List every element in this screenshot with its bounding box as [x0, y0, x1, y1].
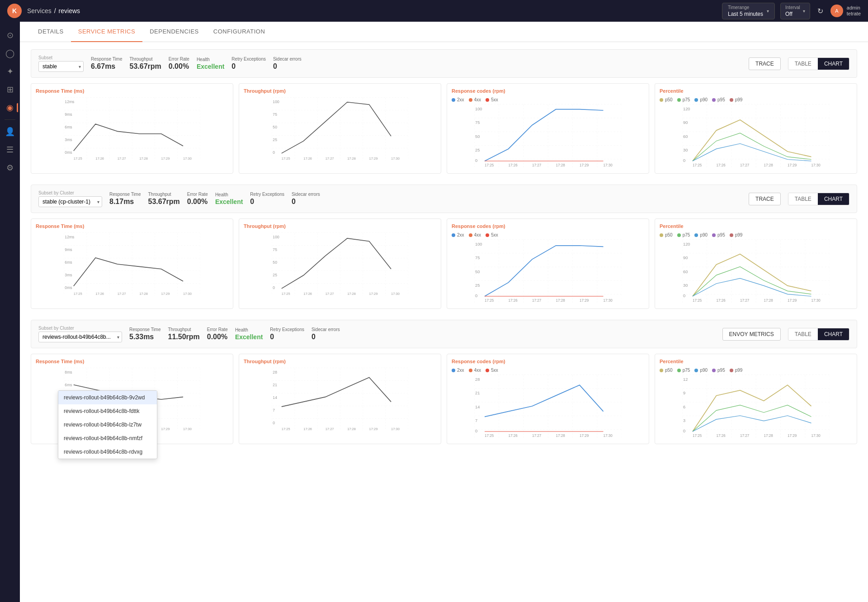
chart-toggle-btn-3[interactable]: CHART — [818, 328, 849, 340]
chart-title: Response codes (rpm) — [452, 223, 644, 229]
table-toggle-btn-2[interactable]: TABLE — [788, 193, 818, 205]
svg-text:21: 21 — [273, 383, 277, 387]
chart-toggle-btn[interactable]: CHART — [818, 58, 849, 70]
timerange-selector[interactable]: Timerange Last 5 minutes ▾ — [722, 3, 775, 19]
legend-p50: p50 — [660, 368, 673, 373]
sidebar-item-user[interactable]: 👤 — [2, 123, 18, 140]
response-time-metric: Response Time 8.17ms — [109, 192, 141, 206]
svg-text:17:30: 17:30 — [391, 292, 400, 296]
svg-text:17:29: 17:29 — [580, 299, 589, 303]
svg-text:50: 50 — [475, 270, 480, 274]
legend-p90: p90 — [694, 97, 708, 102]
sidebar-item-overview[interactable]: ⊙ — [2, 27, 18, 43]
svg-text:50: 50 — [273, 260, 277, 265]
retry-metric: Retry Exceptions 0 — [231, 57, 266, 71]
navbar: K Services / reviews Timerange Last 5 mi… — [0, 0, 868, 22]
svg-text:100: 100 — [273, 235, 279, 239]
metric-value: 6.67ms — [91, 62, 122, 71]
rollout-select[interactable]: reviews-rollout-b49b64c8b... — [38, 332, 122, 342]
sidecar-metric: Sidecar errors 0 — [292, 192, 320, 206]
metric-value: 53.67rpm — [129, 62, 161, 71]
svg-text:17:29: 17:29 — [369, 427, 378, 431]
svg-text:17:26: 17:26 — [303, 292, 312, 296]
chart-title: Throughput (rpm) — [244, 223, 436, 229]
svg-text:17:27: 17:27 — [532, 163, 542, 167]
chart-svg: 100 75 50 25 0 17:25 17:26 17:27 17:28 1… — [452, 104, 644, 167]
svg-text:17:29: 17:29 — [580, 434, 589, 438]
sidebar-item-grid[interactable]: ⊞ — [2, 81, 18, 98]
rollout-subset-selector: Subset by Cluster reviews-rollout-b49b64… — [38, 326, 122, 342]
tab-dependencies[interactable]: DEPENDENCIES — [142, 22, 206, 42]
response-time-chart-2: Response Time (ms) 12ms 9ms 6ms 3ms 0ms … — [31, 218, 233, 309]
error-rate-metric: Error Rate 0.00% — [207, 327, 228, 341]
chart-legend: 2xx 4xx 5xx — [452, 97, 644, 102]
svg-text:17:25: 17:25 — [282, 292, 290, 296]
chart-svg: 120 90 60 30 0 17:25 17:26 17:27 17:28 1… — [660, 104, 852, 167]
svg-text:17:26: 17:26 — [303, 156, 312, 161]
chart-svg: 100 75 50 25 0 17:25 17:26 17:27 17:28 1… — [244, 232, 436, 296]
svg-text:17:25: 17:25 — [693, 163, 702, 167]
envoy-metrics-button[interactable]: ENVOY METRICS — [722, 328, 781, 341]
tab-details[interactable]: DETAILS — [31, 22, 71, 42]
table-toggle-btn[interactable]: TABLE — [788, 58, 818, 70]
user-name: admin — [847, 5, 861, 11]
response-codes-chart-2: Response codes (rpm) 2xx 4xx 5xx — [447, 218, 649, 309]
trace-button-2[interactable]: TRACE — [749, 193, 781, 205]
metric-label: Throughput — [129, 57, 161, 62]
dropdown-item[interactable]: reviews-rollout-b49b64c8b-fdttk — [58, 404, 157, 418]
svg-rect-120 — [474, 374, 622, 438]
legend-p95: p95 — [712, 368, 725, 373]
legend-p95: p95 — [712, 97, 725, 102]
svg-text:3: 3 — [683, 418, 685, 423]
user-info: admin tetrate — [847, 5, 861, 17]
sidebar-item-istio[interactable]: ✦ — [2, 63, 18, 80]
subset-select[interactable]: stable — [38, 61, 84, 72]
svg-text:60: 60 — [683, 270, 688, 274]
legend-4xx: 4xx — [469, 232, 481, 237]
dropdown-item[interactable]: reviews-rollout-b49b64c8b-9v2wd — [58, 391, 157, 404]
svg-text:25: 25 — [475, 148, 480, 152]
legend-2xx: 2xx — [452, 368, 464, 373]
legend-p90: p90 — [694, 368, 708, 373]
sidebar-divider — [5, 119, 15, 120]
table-toggle-btn-3[interactable]: TABLE — [788, 328, 818, 340]
chart-svg: 120 90 60 30 0 17:25 17:26 17:27 17:28 1… — [660, 239, 852, 303]
dropdown-item[interactable]: reviews-rollout-b49b64c8b-nmfzf — [58, 431, 157, 445]
metric-value: 0.00% — [207, 333, 228, 341]
cluster-select[interactable]: stable (cp-cluster-1) — [38, 196, 102, 207]
subset-by-cluster-selector: Subset by Cluster stable (cp-cluster-1) — [38, 190, 102, 207]
metric-value: 11.50rpm — [168, 333, 199, 341]
tab-service-metrics[interactable]: SERVICE METRICS — [71, 22, 142, 42]
throughput-chart-1: Throughput (rpm) 100 75 50 25 0 17:25 17… — [239, 83, 441, 174]
sidebar-item-services[interactable]: ◉ — [2, 100, 18, 116]
breadcrumb-parent[interactable]: Services — [27, 7, 52, 14]
response-time-metric: Response Time 5.33ms — [129, 327, 160, 341]
svg-text:6: 6 — [683, 405, 685, 409]
chart-title: Response Time (ms) — [36, 359, 228, 364]
chart-toggle-btn-2[interactable]: CHART — [818, 193, 849, 205]
svg-text:100: 100 — [273, 100, 279, 104]
dropdown-item[interactable]: reviews-rollout-b49b64c8b-lz7tw — [58, 418, 157, 431]
legend-4xx: 4xx — [469, 97, 481, 102]
legend-5xx: 5xx — [486, 232, 498, 237]
metric-label: Error Rate — [169, 57, 189, 62]
legend-2xx: 2xx — [452, 97, 464, 102]
percentile-chart-1: Percentile p50 p75 p90 p95 — [655, 83, 857, 174]
error-rate-metric: Error Rate 0.00% — [169, 57, 189, 71]
metric-label: Health — [215, 192, 243, 197]
svg-text:17:28: 17:28 — [764, 434, 774, 438]
throughput-chart-2: Throughput (rpm) 100 75 50 25 0 17:25 17… — [239, 218, 441, 309]
tab-configuration[interactable]: CONFIGURATION — [206, 22, 273, 42]
svg-text:0: 0 — [683, 429, 685, 433]
metric-value: 8.17ms — [109, 198, 141, 206]
refresh-button[interactable]: ↻ — [816, 5, 825, 17]
trace-button[interactable]: TRACE — [749, 57, 781, 70]
dropdown-item[interactable]: reviews-rollout-b49b64c8b-rdvxg — [58, 445, 157, 459]
sidebar-item-graph[interactable]: ◯ — [2, 45, 18, 62]
sidebar-item-list[interactable]: ☰ — [2, 142, 18, 158]
svg-text:17:29: 17:29 — [369, 156, 378, 161]
svg-rect-48 — [64, 232, 200, 296]
svg-text:17:28: 17:28 — [139, 156, 148, 161]
sidebar-item-settings[interactable]: ⚙ — [2, 160, 18, 176]
interval-selector[interactable]: Interval Off ▾ — [780, 3, 810, 19]
